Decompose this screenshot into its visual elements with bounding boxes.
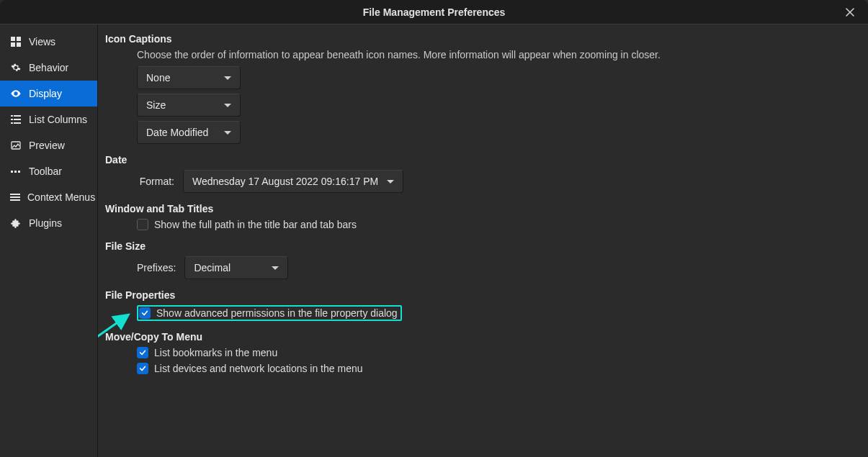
- icon-caption-3-value: Date Modified: [146, 127, 208, 138]
- checkbox-checked-icon: [137, 347, 148, 358]
- puzzle-icon: [10, 217, 22, 229]
- filesize-prefixes-value: Decimal: [194, 262, 231, 273]
- titlebar: File Management Preferences: [0, 0, 868, 24]
- sidebar: Views Behavior Display List Columns: [0, 24, 98, 457]
- dots-icon: [10, 166, 22, 177]
- sidebar-item-label: Behavior: [29, 62, 68, 73]
- sidebar-item-plugins[interactable]: Plugins: [0, 210, 97, 236]
- icon-caption-1-combo[interactable]: None: [137, 66, 241, 89]
- close-icon: [846, 8, 854, 17]
- eye-icon: [10, 88, 22, 99]
- show-full-path-check[interactable]: Show the full path in the title bar and …: [137, 219, 861, 230]
- chevron-down-icon: [224, 131, 231, 135]
- section-file-size-title: File Size: [105, 240, 861, 252]
- list-bookmarks-check[interactable]: List bookmarks in the menu: [137, 347, 861, 358]
- svg-rect-16: [10, 199, 20, 201]
- sidebar-item-preview[interactable]: Preview: [0, 132, 97, 158]
- svg-rect-3: [17, 42, 21, 47]
- icon-caption-1-value: None: [146, 72, 170, 83]
- svg-rect-14: [10, 194, 20, 195]
- svg-rect-15: [10, 196, 20, 198]
- advanced-permissions-label: Show advanced permissions in the file pr…: [156, 307, 398, 319]
- icon-caption-2-value: Size: [146, 99, 166, 111]
- icon-caption-2-combo[interactable]: Size: [137, 94, 241, 117]
- close-button[interactable]: [838, 0, 862, 24]
- svg-rect-0: [11, 37, 15, 41]
- sidebar-item-label: Context Menus: [27, 191, 95, 203]
- sidebar-item-label: List Columns: [29, 114, 87, 125]
- sidebar-item-label: Plugins: [29, 217, 62, 229]
- checkbox-checked-icon: [139, 307, 151, 319]
- gear-icon: [10, 62, 22, 73]
- icon-captions-help: Choose the order of information to appea…: [137, 49, 861, 60]
- annotation-highlight: Show advanced permissions in the file pr…: [137, 305, 402, 321]
- window-title: File Management Preferences: [363, 6, 506, 18]
- svg-rect-11: [11, 171, 13, 173]
- checkbox-checked-icon: [137, 363, 148, 374]
- sidebar-item-behavior[interactable]: Behavior: [0, 55, 97, 81]
- chevron-down-icon: [224, 104, 231, 107]
- svg-rect-7: [14, 119, 21, 120]
- date-format-combo[interactable]: Wednesday 17 August 2022 09:16:17 PM: [183, 170, 403, 193]
- sidebar-item-toolbar[interactable]: Toolbar: [0, 158, 97, 184]
- svg-rect-9: [14, 122, 21, 124]
- section-window-tab-title: Window and Tab Titles: [105, 203, 861, 214]
- sidebar-item-label: Toolbar: [29, 166, 62, 177]
- filesize-prefixes-combo[interactable]: Decimal: [184, 256, 288, 279]
- sidebar-item-context-menus[interactable]: Context Menus: [0, 184, 97, 210]
- icon-caption-3-combo[interactable]: Date Modified: [137, 121, 241, 144]
- svg-rect-13: [18, 171, 20, 173]
- list-devices-check[interactable]: List devices and network locations in th…: [137, 363, 861, 374]
- sidebar-item-label: Views: [29, 36, 55, 47]
- date-format-value: Wednesday 17 August 2022 09:16:17 PM: [192, 176, 378, 187]
- grid-icon: [10, 36, 22, 47]
- svg-rect-6: [11, 119, 13, 120]
- svg-rect-2: [11, 42, 15, 47]
- list-bookmarks-label: List bookmarks in the menu: [154, 347, 277, 358]
- section-move-copy-title: Move/Copy To Menu: [105, 331, 861, 343]
- advanced-permissions-check[interactable]: Show advanced permissions in the file pr…: [139, 307, 398, 319]
- date-format-label: Format:: [137, 176, 174, 187]
- filesize-prefixes-label: Prefixes:: [137, 262, 176, 273]
- sidebar-item-list-columns[interactable]: List Columns: [0, 107, 97, 132]
- section-icon-captions-title: Icon Captions: [105, 33, 861, 45]
- section-date-title: Date: [105, 154, 861, 166]
- content-pane: Icon Captions Choose the order of inform…: [98, 24, 868, 457]
- image-icon: [10, 140, 22, 151]
- sidebar-item-display[interactable]: Display: [0, 81, 97, 107]
- checkbox-icon: [137, 219, 148, 230]
- svg-rect-12: [14, 171, 17, 173]
- chevron-down-icon: [387, 180, 394, 184]
- show-full-path-label: Show the full path in the title bar and …: [154, 219, 357, 230]
- svg-rect-5: [14, 115, 21, 117]
- sidebar-item-views[interactable]: Views: [0, 29, 97, 55]
- menu-icon: [10, 191, 20, 203]
- chevron-down-icon: [272, 266, 279, 270]
- svg-rect-4: [11, 115, 13, 117]
- chevron-down-icon: [224, 76, 231, 80]
- svg-rect-1: [17, 37, 21, 41]
- sidebar-item-label: Preview: [29, 140, 65, 151]
- svg-rect-8: [11, 122, 13, 124]
- list-icon: [10, 114, 22, 125]
- sidebar-item-label: Display: [29, 88, 62, 99]
- section-file-properties-title: File Properties: [105, 289, 861, 301]
- list-devices-label: List devices and network locations in th…: [154, 363, 363, 374]
